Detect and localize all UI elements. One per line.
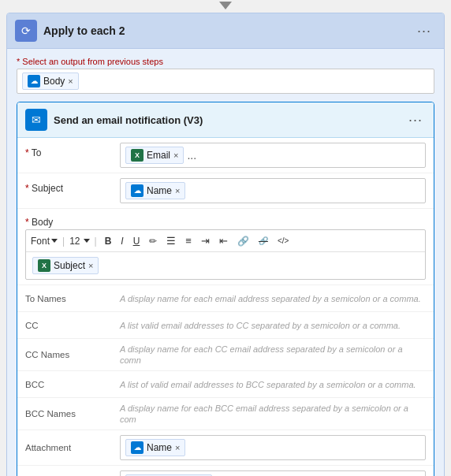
bcc-row: BCC A list of valid email addresses to B… (17, 371, 434, 398)
cc-names-content: A display name for each CC email address… (120, 344, 426, 366)
apply-each-container: ⟳ Apply to each 2 ··· * Select an output… (6, 13, 445, 476)
email-card-menu-button[interactable]: ··· (405, 110, 426, 130)
attachment-label: Attachment (25, 443, 120, 452)
to-names-content: A display name for each email address se… (120, 293, 426, 304)
font-size: 12 (69, 236, 80, 247)
attachment-name-tag-icon: ☁ (131, 441, 144, 454)
subject-body-tag-close[interactable]: × (88, 261, 93, 270)
bold-button[interactable]: B (102, 234, 115, 248)
code-button[interactable]: </> (274, 235, 292, 247)
to-names-label: To Names (25, 294, 120, 303)
cc-label: CC (25, 321, 120, 330)
attachment-row: Attachment ☁ Name × (17, 430, 434, 466)
font-chevron (51, 239, 58, 243)
highlight-button[interactable]: ✏ (146, 234, 160, 248)
body-row: Body Font | 12 | B (17, 209, 434, 285)
name-tag-icon: ☁ (131, 184, 144, 197)
underline-button[interactable]: U (130, 234, 144, 248)
apply-each-menu-button[interactable]: ··· (414, 21, 434, 41)
to-ellipsis[interactable]: ... (187, 149, 196, 162)
attachment-name-tag-close[interactable]: × (175, 443, 180, 452)
to-row: To X Email × ... (17, 138, 434, 173)
attachment-filename-content: SP Current item × (120, 470, 426, 476)
select-output-input[interactable]: ☁ Body × (17, 69, 434, 94)
font-label: Font (31, 236, 50, 247)
name-tag-label: Name (147, 185, 172, 196)
attachment-name-tag: ☁ Name × (125, 439, 185, 456)
bullet-list-button[interactable]: ☰ (163, 233, 179, 248)
subject-input[interactable]: ☁ Name × (120, 178, 426, 203)
bcc-label: BCC (25, 380, 120, 389)
bcc-names-label: BCC Names (25, 409, 120, 418)
subject-content: ☁ Name × (120, 178, 426, 203)
top-arrow-container (6, 0, 445, 13)
cc-content: A list valid email addresses to CC separ… (120, 320, 426, 331)
name-tag-close[interactable]: × (175, 186, 180, 195)
cc-names-row: CC Names A display name for each CC emai… (17, 339, 434, 371)
size-chevron (84, 239, 90, 243)
to-input[interactable]: X Email × ... (120, 143, 426, 168)
to-names-placeholder: A display name for each email address se… (120, 294, 421, 303)
apply-each-header: ⟳ Apply to each 2 ··· (7, 13, 444, 49)
cc-names-label: CC Names (25, 350, 120, 359)
select-output-label: * Select an output from previous steps (17, 57, 434, 66)
apply-each-title: Apply to each 2 (43, 24, 125, 37)
body-content-area[interactable]: X Subject × (26, 252, 425, 279)
cc-names-placeholder: A display name for each CC email address… (120, 344, 403, 365)
email-tag-close[interactable]: × (173, 151, 178, 160)
italic-button[interactable]: I (117, 234, 126, 248)
email-card: ✉ Send an email notification (V3) ··· To… (17, 102, 434, 476)
body-label: Body (25, 214, 426, 228)
numbered-list-button[interactable]: ≡ (182, 233, 195, 248)
email-card-body: To X Email × ... (17, 138, 434, 476)
to-content: X Email × ... (120, 143, 426, 168)
attachment-content: ☁ Name × (120, 435, 426, 460)
subject-body-tag-label: Subject (54, 260, 85, 271)
email-card-header: ✉ Send an email notification (V3) ··· (17, 102, 434, 138)
email-card-title: Send an email notification (V3) (54, 114, 203, 126)
email-card-title-group: ✉ Send an email notification (V3) (25, 109, 203, 131)
apply-each-title-group: ⟳ Apply to each 2 (15, 20, 125, 42)
attachment-filename-input[interactable]: SP Current item × (120, 470, 426, 476)
attachment-input[interactable]: ☁ Name × (120, 435, 426, 460)
subject-label: Subject (25, 178, 120, 194)
bcc-placeholder: A list of valid email addresses to BCC s… (120, 380, 416, 389)
name-tag: ☁ Name × (125, 182, 185, 199)
body-editor: Font | 12 | B I U ✏ (25, 229, 426, 280)
indent-button[interactable]: ⇥ (198, 233, 213, 248)
flow-arrow-down (219, 2, 232, 9)
bcc-names-content: A display name for each BCC email addres… (120, 403, 426, 425)
outdent-button[interactable]: ⇤ (216, 233, 231, 248)
email-tag: X Email × (125, 147, 184, 164)
email-tag-icon: X (131, 149, 144, 162)
link-button[interactable]: 🔗 (234, 234, 252, 248)
attachment-name-tag-label: Name (147, 442, 172, 453)
body-tag-label: Body (43, 76, 65, 87)
unlink-button[interactable]: 🔗 (255, 235, 271, 247)
body-tag: ☁ Body × (22, 73, 79, 90)
bcc-names-row: BCC Names A display name for each BCC em… (17, 398, 434, 430)
toolbar-row: Font | 12 | B I U ✏ (26, 230, 425, 252)
subject-row: Subject ☁ Name × (17, 173, 434, 209)
bcc-content: A list of valid email addresses to BCC s… (120, 379, 426, 390)
font-dropdown[interactable]: Font (31, 236, 58, 247)
body-tag-close[interactable]: × (68, 76, 73, 86)
to-label: To (25, 143, 120, 158)
to-names-row: To Names A display name for each email a… (17, 285, 434, 312)
subject-body-tag-icon: X (38, 259, 50, 272)
email-tag-label: Email (147, 150, 170, 161)
cc-row: CC A list valid email addresses to CC se… (17, 312, 434, 339)
attachment-filename-row: Attachment File Name SP Current item × (17, 466, 434, 476)
loop-icon: ⟳ (15, 20, 37, 42)
email-icon: ✉ (25, 109, 47, 131)
apply-each-body: * Select an output from previous steps ☁… (7, 49, 444, 476)
bcc-names-placeholder: A display name for each BCC email addres… (120, 403, 408, 424)
body-tag-icon: ☁ (28, 75, 40, 87)
subject-body-tag: X Subject × (32, 257, 99, 274)
page-wrapper: ⟳ Apply to each 2 ··· * Select an output… (0, 0, 451, 476)
cc-placeholder: A list valid email addresses to CC separ… (120, 321, 401, 330)
